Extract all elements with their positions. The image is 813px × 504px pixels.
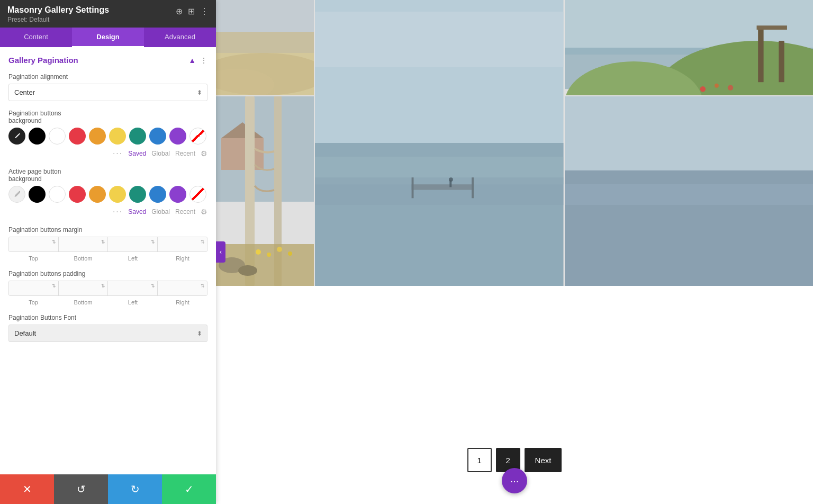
padding-left-cell: ⇅ [108, 281, 158, 295]
padding-bottom-icon: ⇅ [101, 283, 105, 289]
svg-point-14 [449, 177, 453, 182]
undo-button[interactable]: ↺ [54, 474, 108, 504]
color-swatch-transparent-1[interactable] [189, 128, 206, 145]
color-swatch-purple-2[interactable] [169, 186, 186, 203]
collapse-button[interactable]: ▲ [188, 56, 196, 65]
svg-point-36 [288, 251, 292, 256]
redo-button[interactable]: ↻ [108, 474, 162, 504]
svg-point-32 [238, 265, 257, 276]
margin-top-input[interactable] [9, 237, 58, 251]
tab-advanced[interactable]: Advanced [144, 28, 216, 47]
focus-icon[interactable]: ⊕ [176, 6, 183, 16]
eyedropper-button-2[interactable] [8, 186, 25, 203]
color-swatch-white-1[interactable] [49, 128, 66, 145]
global-link-1[interactable]: Global [151, 150, 170, 157]
section-header: Gallery Pagination ▲ ⋮ [8, 56, 207, 65]
section-options-button[interactable]: ⋮ [200, 56, 207, 65]
cancel-button[interactable]: ✕ [0, 474, 54, 504]
gallery-image-4 [216, 96, 314, 286]
padding-right-label: Right [158, 298, 207, 305]
margin-top-label: Top [8, 254, 58, 262]
color-swatch-purple-1[interactable] [169, 128, 186, 145]
recent-link-1[interactable]: Recent [175, 150, 195, 157]
padding-left-label: Left [108, 298, 158, 305]
color-swatch-orange-1[interactable] [89, 128, 106, 145]
padding-field: Pagination buttons padding ⇅ ⇅ ⇅ ⇅ [8, 270, 207, 305]
margin-left-input[interactable] [108, 237, 157, 251]
color-dots-2: ··· [113, 207, 123, 217]
floating-action-button[interactable]: ··· [502, 468, 527, 493]
color-swatch-blue-1[interactable] [149, 128, 166, 145]
svg-rect-21 [756, 25, 787, 30]
panel-title: Masonry Gallery Settings [7, 5, 109, 15]
padding-bottom-cell: ⇅ [59, 281, 109, 295]
pagination-alignment-field: Pagination alignment Center Left Right ⬍ [8, 73, 207, 101]
color-swatch-yellow-2[interactable] [109, 186, 126, 203]
bottom-toolbar: ✕ ↺ ↻ ✓ [0, 474, 216, 504]
panel-toggle-tab[interactable]: ‹ [216, 241, 225, 263]
svg-point-22 [700, 86, 705, 92]
color-settings-gear-1[interactable]: ⚙ [201, 149, 207, 158]
svg-point-34 [267, 253, 271, 257]
global-link-2[interactable]: Global [151, 208, 170, 215]
color-swatch-orange-2[interactable] [89, 186, 106, 203]
margin-bottom-cell: ⇅ [59, 237, 109, 251]
margin-top-cell: ⇅ [9, 237, 59, 251]
padding-top-input[interactable] [9, 281, 58, 295]
eyedropper-button-1[interactable] [8, 128, 25, 145]
padding-right-input[interactable] [158, 281, 207, 295]
color-swatch-black-1[interactable] [29, 128, 46, 145]
svg-rect-10 [412, 184, 474, 190]
margin-bottom-input[interactable] [59, 237, 108, 251]
gallery-image-2 [315, 0, 564, 286]
color-swatch-teal-1[interactable] [129, 128, 146, 145]
padding-bottom-label: Bottom [58, 298, 108, 305]
alignment-select[interactable]: Center Left Right [8, 84, 207, 101]
padding-bottom-input[interactable] [59, 281, 108, 295]
color-swatch-red-2[interactable] [69, 186, 86, 203]
margin-left-label: Left [108, 254, 158, 262]
margin-right-label: Right [158, 254, 207, 262]
svg-rect-11 [412, 177, 414, 198]
margin-label: Pagination buttons margin [8, 226, 207, 233]
padding-right-icon: ⇅ [201, 283, 205, 289]
margin-right-icon: ⇅ [201, 239, 205, 245]
svg-rect-9 [315, 177, 564, 205]
saved-link-2[interactable]: Saved [128, 208, 146, 215]
color-swatch-teal-2[interactable] [129, 186, 146, 203]
recent-link-2[interactable]: Recent [175, 208, 195, 215]
color-swatch-white-2[interactable] [49, 186, 66, 203]
color-dots-1: ··· [113, 149, 123, 158]
tab-design[interactable]: Design [72, 28, 144, 47]
color-swatch-black-2[interactable] [29, 186, 46, 203]
tab-bar: Content Design Advanced [0, 28, 216, 47]
color-swatch-red-1[interactable] [69, 128, 86, 145]
page-1-button[interactable]: 1 [467, 448, 492, 472]
next-page-button[interactable]: Next [525, 448, 562, 472]
gallery-canvas: 1 2 Next ··· [216, 0, 813, 504]
color-settings-gear-2[interactable]: ⚙ [201, 208, 207, 216]
color-swatch-transparent-2[interactable] [189, 186, 206, 203]
svg-rect-26 [221, 138, 264, 170]
saved-link-1[interactable]: Saved [128, 150, 146, 157]
color-swatch-blue-2[interactable] [149, 186, 166, 203]
panel-preset: Preset: Default [7, 16, 109, 23]
margin-labels: Top Bottom Left Right [8, 254, 207, 262]
color-swatch-yellow-1[interactable] [109, 128, 126, 145]
padding-left-icon: ⇅ [151, 283, 155, 289]
tab-content[interactable]: Content [0, 28, 72, 47]
padding-left-input[interactable] [108, 281, 157, 295]
margin-left-cell: ⇅ [108, 237, 158, 251]
eyedropper-icon-1 [13, 132, 21, 140]
save-button[interactable]: ✓ [162, 474, 216, 504]
pagination-bg-label: Pagination buttons background [8, 110, 207, 124]
margin-right-input[interactable] [158, 237, 207, 251]
section-title: Gallery Pagination [8, 56, 78, 65]
font-select[interactable]: Default Arial Helvetica Georgia [8, 325, 207, 342]
more-icon[interactable]: ⋮ [200, 6, 209, 16]
pagination-alignment-label: Pagination alignment [8, 73, 207, 80]
columns-icon[interactable]: ⊞ [188, 6, 195, 16]
padding-top-label: Top [8, 298, 58, 305]
margin-top-icon: ⇅ [52, 239, 56, 245]
margin-left-icon: ⇅ [151, 239, 155, 245]
